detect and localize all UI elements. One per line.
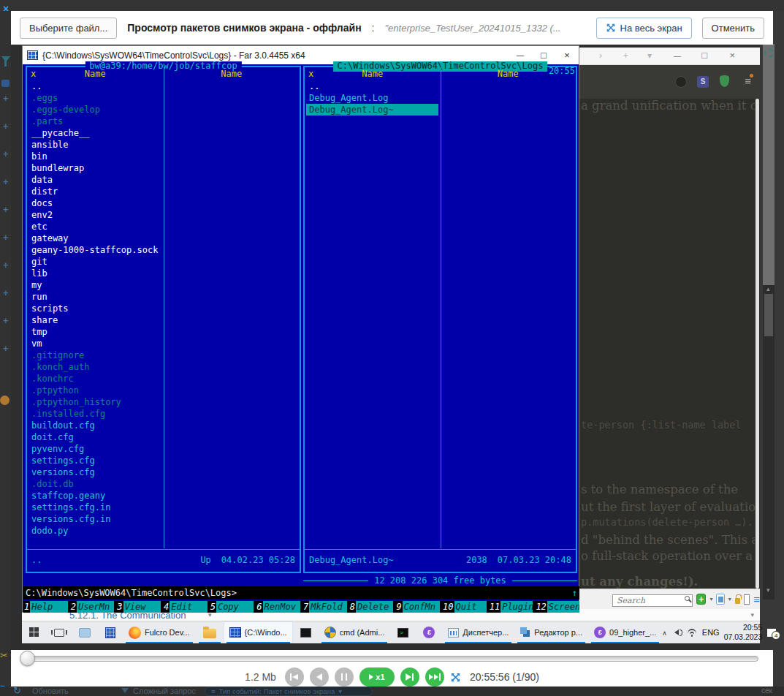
file-row[interactable]: vm	[28, 338, 298, 349]
new-tab-icon[interactable]	[623, 50, 628, 61]
file-row[interactable]: .eggs	[28, 92, 298, 104]
function-key[interactable]: 8Delete	[349, 601, 394, 613]
file-row[interactable]: geany-1000-staffcop.sock	[28, 244, 298, 256]
fullscreen-icon[interactable]	[450, 672, 461, 683]
function-key[interactable]: 2UserMn	[70, 601, 115, 613]
function-key[interactable]: 3View	[116, 601, 161, 613]
file-row[interactable]: .konch_auth	[28, 361, 298, 373]
file-row[interactable]: .konchrc	[28, 373, 298, 385]
start-button[interactable]	[22, 621, 47, 643]
step-back-button[interactable]	[310, 667, 329, 686]
function-key[interactable]: 4Edit	[163, 601, 208, 613]
file-row[interactable]: lib	[28, 268, 298, 279]
function-key[interactable]: 10Quit	[442, 601, 487, 613]
timeline-slider[interactable]	[26, 656, 758, 662]
choose-file-button[interactable]: Выберите файл...	[20, 18, 117, 39]
taskbar-regedit[interactable]: Редактор р...	[514, 621, 588, 643]
file-row[interactable]: settings.cfg.in	[28, 502, 298, 513]
step-forward-button[interactable]	[400, 667, 419, 686]
column-header[interactable]: Name	[164, 68, 300, 80]
file-row[interactable]: versions.cfg.in	[28, 513, 298, 525]
file-row[interactable]: pyvenv.cfg	[28, 443, 298, 455]
page-icon[interactable]	[744, 594, 750, 605]
file-row[interactable]: git	[28, 256, 298, 268]
file-row[interactable]: buildout.cfg	[28, 420, 298, 431]
taskbar-app[interactable]	[72, 621, 98, 643]
notification-icon[interactable]: 4	[766, 628, 777, 638]
file-row[interactable]: doit.cfg	[28, 431, 298, 443]
taskbar-notes-2[interactable]: 09_higher_...	[588, 621, 662, 643]
file-row[interactable]: staffcop.geany	[28, 490, 298, 502]
file-row[interactable]: tmp	[28, 326, 298, 338]
zoom-in-button[interactable]: +	[696, 594, 706, 605]
scroll-up-icon[interactable]	[766, 285, 770, 292]
column-header[interactable]: Name	[27, 68, 164, 80]
tray-overflow-icon[interactable]	[662, 629, 667, 637]
timeline-handle[interactable]	[20, 651, 35, 666]
minimize-icon[interactable]	[674, 50, 681, 61]
taskbar-app[interactable]	[98, 621, 123, 643]
file-row[interactable]: gateway	[28, 232, 298, 244]
taskbar-cmd-admin[interactable]: cmd (Admi...	[319, 621, 391, 643]
taskbar-taskmgr[interactable]: Диспетчер...	[442, 621, 514, 643]
taskbar-firefox[interactable]: Fulcro Dev...	[123, 621, 196, 643]
function-key[interactable]: 7MkFold	[302, 601, 347, 613]
file-row[interactable]: docs	[28, 197, 298, 209]
nav-forward-icon[interactable]	[599, 50, 602, 61]
file-row[interactable]: .installed.cfg	[28, 408, 298, 420]
file-row[interactable]: .doit.db	[28, 478, 298, 490]
command-line[interactable]: C:\Windows\SysWOW64\TimeControlSvc\Logs>…	[23, 586, 579, 599]
taskbar-notes[interactable]	[416, 621, 442, 643]
file-row[interactable]: ..	[28, 80, 298, 92]
network-icon[interactable]	[687, 629, 698, 637]
volume-icon[interactable]	[671, 629, 682, 636]
scrollbar-thumb[interactable]	[764, 294, 773, 336]
chevron-down-icon[interactable]	[709, 596, 712, 602]
file-row[interactable]: bin	[28, 151, 298, 162]
fullscreen-button[interactable]: На весь экран	[596, 18, 692, 39]
skip-end-button[interactable]	[425, 667, 444, 686]
menu-icon[interactable]	[745, 75, 751, 87]
chevron-down-icon[interactable]	[728, 596, 731, 602]
file-row[interactable]: env2	[28, 209, 298, 221]
event-type-filter[interactable]: Тип событий: Пакет снимков экрана	[205, 686, 373, 696]
tab-list-icon[interactable]	[647, 50, 652, 61]
language-indicator[interactable]: ENG	[702, 628, 720, 637]
file-row[interactable]: my	[28, 279, 298, 291]
file-row[interactable]: .ptpython_history	[28, 396, 298, 408]
skip-start-button[interactable]	[285, 667, 304, 686]
reader-menu-icon[interactable]	[753, 593, 760, 605]
function-key[interactable]: 9ConfMn	[395, 601, 440, 613]
complex-query-label[interactable]: Сложный запрос	[133, 686, 196, 695]
refresh-label[interactable]: Обновить	[32, 686, 69, 695]
taskbar-explorer[interactable]	[196, 621, 224, 643]
file-row[interactable]: distr	[28, 186, 298, 197]
function-key[interactable]: 5Copy	[210, 601, 254, 613]
file-row[interactable]: .gitignore	[28, 349, 298, 361]
file-row[interactable]: bundlewrap	[28, 162, 298, 174]
function-key[interactable]: 1Help	[23, 601, 68, 613]
file-row[interactable]: dodo.py	[28, 525, 298, 537]
cancel-button[interactable]: Отменить	[702, 18, 764, 39]
file-row[interactable]: etc	[28, 221, 298, 232]
file-row[interactable]: data	[28, 174, 298, 186]
maximize-icon[interactable]	[701, 50, 707, 61]
taskbar-far[interactable]: {C:\Windo...	[224, 621, 293, 643]
close-icon[interactable]	[729, 50, 735, 61]
lock-icon[interactable]	[735, 598, 740, 604]
taskbar-cmd[interactable]	[293, 621, 319, 643]
file-row[interactable]: share	[28, 314, 298, 326]
file-row[interactable]: __pycache__	[28, 127, 298, 139]
history-arrow-icon[interactable]: ↑	[572, 587, 577, 599]
search-box[interactable]	[612, 593, 693, 605]
extension-s-icon[interactable]: S	[697, 76, 709, 88]
column-header[interactable]: Name	[441, 68, 576, 80]
function-key[interactable]: 12Screen	[535, 601, 579, 613]
function-key[interactable]: 11Plugin	[489, 601, 533, 613]
file-row[interactable]: ..	[306, 80, 574, 92]
file-row[interactable]: ansible	[28, 139, 298, 151]
file-row[interactable]: .parts	[28, 116, 298, 127]
task-view-button[interactable]	[47, 621, 72, 643]
adblock-icon[interactable]	[675, 76, 687, 88]
file-row[interactable]: .ptpython	[28, 385, 298, 396]
